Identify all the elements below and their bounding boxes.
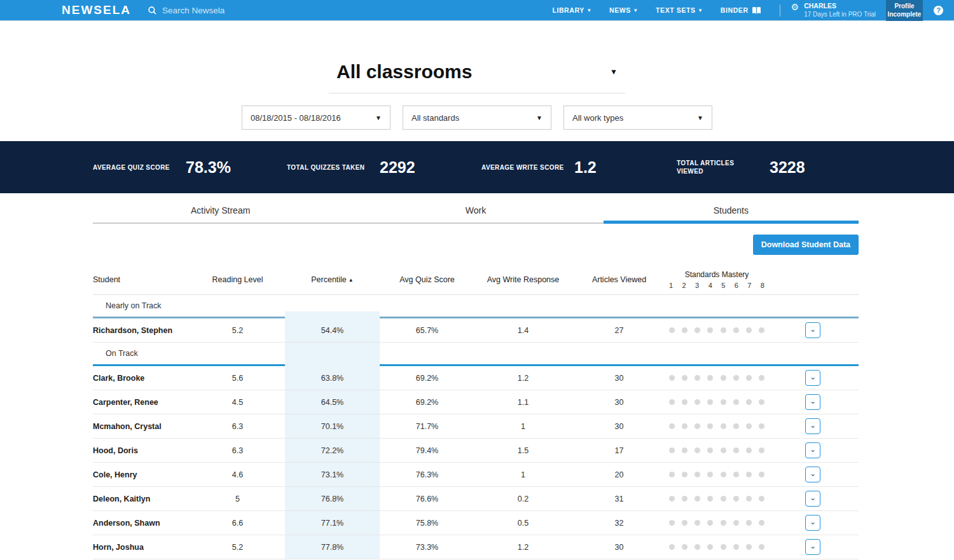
mastery-dot (733, 496, 739, 502)
mastery-dot (746, 544, 752, 550)
search-input[interactable] (161, 5, 314, 16)
standards-number: 1 (669, 282, 673, 289)
col-header-avg-write-response[interactable]: Avg Write Response (474, 275, 572, 284)
date-range-dropdown[interactable]: 08/18/2015 - 08/18/2016 ▼ (242, 106, 391, 130)
percentile-cell: 73.1% (285, 470, 380, 479)
student-name: Hood, Doris (93, 446, 190, 455)
expand-cell: ⌄ (767, 322, 859, 338)
col-header-reading-level[interactable]: Reading Level (190, 275, 285, 284)
reading-level-cell: 5 (190, 495, 285, 503)
reading-level-cell: 4.5 (190, 398, 285, 407)
nav-right: LIBRARY ▾ NEWS ▾ TEXT SETS ▾ BINDER ⚙ CH… (552, 0, 954, 20)
mastery-dot (669, 327, 675, 333)
mastery-dot (682, 472, 688, 477)
articles-viewed-cell: 32 (572, 519, 667, 528)
percentile-cell: 63.8% (285, 374, 380, 383)
nav-item-label: NEWS (609, 6, 631, 14)
student-name: Mcmahon, Crystal (93, 422, 190, 431)
group-header-row: On Track (93, 343, 859, 366)
articles-viewed-cell: 17 (572, 446, 667, 455)
col-header-articles-viewed[interactable]: Articles Viewed (572, 275, 667, 284)
user-menu[interactable]: ⚙ CHARLES 17 Days Left in PRO Trial (791, 2, 876, 19)
student-row: Clark, Brooke5.663.8%69.2%1.230⌄ (93, 366, 859, 390)
expand-row-button[interactable]: ⌄ (805, 442, 820, 458)
mastery-dot (733, 447, 739, 453)
avg-quiz-score-cell: 69.2% (380, 398, 474, 407)
mastery-dot (759, 423, 764, 429)
tab-students[interactable]: Students (604, 193, 859, 224)
expand-row-button[interactable]: ⌄ (805, 467, 820, 482)
standards-dropdown[interactable]: All standards ▼ (403, 106, 551, 130)
table-body: Nearly on TrackRichardson, Stephen5.254.… (93, 295, 859, 559)
newsela-logo[interactable]: NEWSELA (62, 3, 131, 17)
standards-mastery-cell (667, 423, 767, 429)
avg-quiz-score-cell: 73.3% (380, 543, 474, 552)
mastery-dot (682, 327, 688, 333)
col-header-percentile[interactable]: Percentile▲ (285, 275, 380, 284)
expand-row-button[interactable]: ⌄ (805, 370, 820, 386)
col-header-avg-quiz-score[interactable]: Avg Quiz Score (380, 275, 474, 284)
student-name: Cole, Henry (93, 470, 190, 479)
tab-activity-stream[interactable]: Activity Stream (93, 193, 348, 224)
nav-item-news[interactable]: NEWS ▾ (609, 6, 637, 14)
mastery-dot (759, 496, 764, 502)
mastery-dot (669, 472, 675, 477)
tab-work[interactable]: Work (348, 193, 603, 224)
mastery-dot (707, 472, 713, 477)
download-student-data-button[interactable]: Download Student Data (753, 235, 859, 255)
help-icon[interactable]: ? (934, 6, 943, 15)
stat-label: AVERAGE WRITE SCORE (481, 163, 565, 172)
expand-row-button[interactable]: ⌄ (805, 418, 820, 434)
expand-cell: ⌄ (767, 491, 859, 507)
mastery-dot (669, 423, 675, 429)
student-name: Richardson, Stephen (93, 326, 190, 335)
mastery-dot (695, 399, 700, 405)
nav-item-library[interactable]: LIBRARY ▾ (552, 6, 591, 14)
mastery-dot (695, 423, 700, 429)
percentile-cell: 72.2% (285, 446, 380, 455)
col-header-student[interactable]: Student (93, 275, 190, 284)
expand-cell: ⌄ (767, 515, 859, 531)
expand-row-button[interactable]: ⌄ (805, 491, 820, 507)
student-row: Mcmahon, Crystal6.370.1%71.7%130⌄ (93, 414, 859, 439)
mastery-dot (733, 375, 739, 381)
reading-level-cell: 5.6 (190, 374, 285, 383)
mastery-dot (733, 520, 739, 526)
nav-item-text-sets[interactable]: TEXT SETS ▾ (656, 6, 702, 14)
expand-row-button[interactable]: ⌄ (805, 394, 820, 410)
download-row: Download Student Data (93, 235, 859, 255)
expand-cell: ⌄ (767, 442, 859, 458)
search-icon (148, 6, 156, 15)
search-box (148, 5, 314, 16)
classroom-dropdown[interactable]: All classrooms ▼ (329, 61, 625, 83)
student-row: Deleon, Kaitlyn576.8%76.6%0.231⌄ (93, 487, 859, 511)
mastery-dots-row (669, 520, 764, 526)
mastery-dot (695, 472, 700, 477)
avg-write-response-cell: 1.5 (474, 446, 572, 455)
expand-row-button[interactable]: ⌄ (805, 515, 820, 531)
avg-write-response-cell: 0.5 (474, 519, 572, 528)
mastery-dot (746, 399, 752, 405)
mastery-dots-row (669, 496, 764, 502)
standards-mastery-cell (667, 496, 767, 502)
student-name: Horn, Joshua (93, 543, 190, 552)
reading-level-cell: 6.3 (190, 422, 285, 431)
expand-row-button[interactable]: ⌄ (805, 322, 820, 338)
nav-item-binder[interactable]: BINDER (721, 6, 761, 15)
expand-row-button[interactable]: ⌄ (805, 539, 820, 555)
articles-viewed-cell: 30 (572, 543, 667, 552)
work-types-dropdown[interactable]: All work types ▼ (563, 106, 712, 130)
mastery-dot (746, 472, 752, 477)
standards-number: 6 (735, 282, 738, 289)
mastery-dot (707, 496, 713, 502)
standards-number: 4 (709, 282, 712, 289)
mastery-dot (695, 520, 700, 526)
mastery-dots-row (669, 544, 764, 550)
profile-incomplete-badge[interactable]: Profile Incomplete (886, 0, 923, 21)
chevron-down-icon: ▼ (536, 114, 543, 121)
percentile-cell: 77.8% (285, 543, 380, 552)
standards-number: 2 (682, 282, 686, 289)
group-label: On Track (106, 349, 138, 358)
mastery-dot (695, 544, 700, 550)
table-header-row: Student Reading Level Percentile▲ Avg Qu… (93, 266, 859, 295)
